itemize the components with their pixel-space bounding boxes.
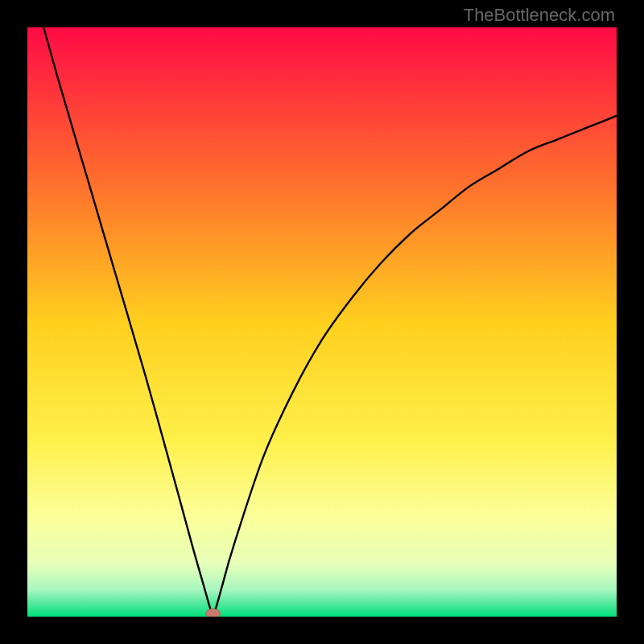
gradient-background (27, 27, 617, 617)
watermark-text: TheBottleneck.com (464, 5, 615, 26)
optimum-marker (206, 609, 221, 617)
chart-frame: TheBottleneck.com (0, 0, 644, 644)
bottleneck-chart (27, 27, 617, 617)
plot-area (27, 27, 617, 617)
